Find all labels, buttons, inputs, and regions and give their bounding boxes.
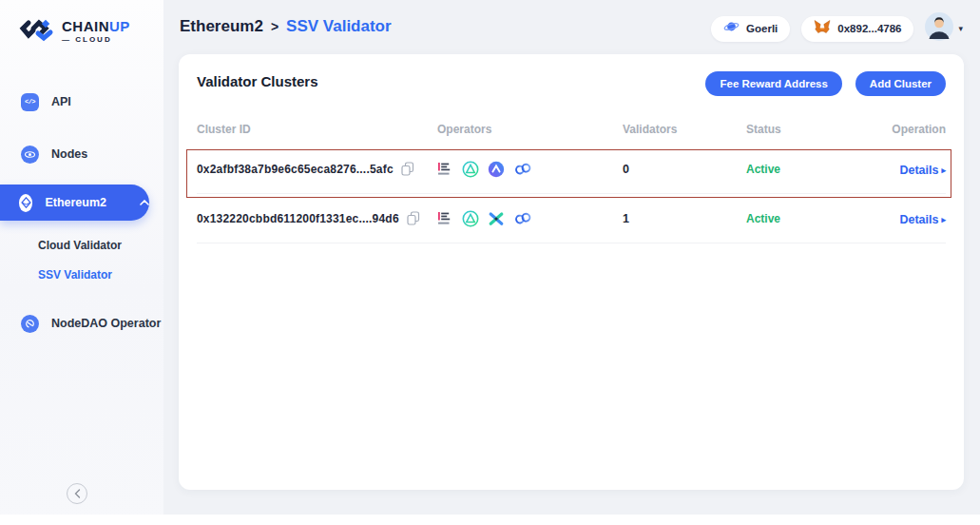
fee-reward-address-button[interactable]: Fee Reward Address [705, 71, 841, 96]
network-label: Goerli [746, 23, 778, 34]
sidebar-item-label: NodeDAO Operator [51, 317, 161, 330]
sidebar: CHAINUP — CLOUD </> API Nodes [0, 0, 163, 525]
triangle-badge-icon [462, 210, 479, 227]
staking-logo-icon [437, 162, 453, 176]
operators-cell [437, 210, 623, 227]
status-badge: Active [746, 212, 865, 225]
cluster-id: 0x132220cbbd611200f1331ec....94d6 [197, 212, 399, 225]
account-menu[interactable]: ▾ [925, 12, 963, 45]
cluster-id: 0x2afbf38a7b9e6c65eca8276....5afc [197, 163, 394, 176]
validators-count: 1 [623, 212, 746, 225]
chain-link-icon [513, 162, 533, 176]
sidebar-item-nodes[interactable]: Nodes [0, 140, 163, 168]
bottom-strip [0, 515, 980, 525]
col-operation: Operation [865, 123, 946, 136]
sidebar-item-ethereum2[interactable]: Ethereum2 [0, 185, 149, 221]
app-screen: CHAINUP — CLOUD </> API Nodes [0, 0, 980, 525]
sidebar-item-label: API [51, 95, 71, 108]
chainup-logo-icon [19, 15, 55, 48]
metamask-fox-icon [814, 19, 831, 38]
chevron-down-icon: ▾ [958, 24, 963, 33]
ethereum-icon [19, 194, 32, 212]
arrow-right-icon: ▸ [941, 215, 946, 224]
top-bar: Ethereum2 > SSV Validator Goerli [163, 0, 980, 54]
copy-icon[interactable] [407, 211, 420, 225]
network-selector[interactable]: Goerli [711, 16, 790, 42]
cross-x-icon [488, 210, 505, 227]
card-title: Validator Clusters [197, 73, 318, 89]
collapse-sidebar-button[interactable] [67, 483, 87, 504]
col-operators: Operators [437, 123, 623, 136]
sidebar-item-ssv-validator[interactable]: SSV Validator [38, 268, 112, 282]
details-link[interactable]: Details▸ [899, 164, 946, 177]
wallet-address-chip[interactable]: 0x892...4786 [801, 16, 913, 42]
details-link[interactable]: Details▸ [899, 213, 946, 226]
breadcrumb-current: SSV Validator [286, 17, 392, 36]
validator-clusters-card: Validator Clusters Fee Reward Address Ad… [179, 54, 964, 490]
validators-count: 0 [623, 163, 746, 176]
code-icon: </> [21, 93, 39, 111]
chevron-up-icon [140, 200, 149, 205]
main-area: Ethereum2 > SSV Validator Goerli [163, 0, 980, 525]
sidebar-item-label: Nodes [51, 147, 87, 161]
staking-logo-icon [437, 211, 453, 225]
sidebar-item-label: Ethereum2 [45, 196, 106, 209]
breadcrumb-parent[interactable]: Ethereum2 [180, 17, 263, 36]
brand-subtitle: — CLOUD [62, 36, 130, 44]
nodes-icon [21, 146, 39, 164]
operators-cell [437, 161, 623, 178]
purple-orb-icon [488, 161, 505, 178]
sidebar-item-cloud-validator[interactable]: Cloud Validator [38, 239, 122, 252]
col-status: Status [746, 123, 865, 136]
clusters-table: Cluster ID Operators Validators Status O… [197, 114, 946, 243]
triangle-badge-icon [462, 161, 479, 178]
nodedao-icon [21, 315, 39, 333]
sidebar-item-nodedao-operator[interactable]: NodeDAO Operator [0, 309, 163, 338]
chainup-logo[interactable]: CHAINUP — CLOUD [19, 15, 130, 48]
col-validators: Validators [623, 123, 746, 136]
add-cluster-button[interactable]: Add Cluster [855, 71, 946, 96]
table-row: 0x2afbf38a7b9e6c65eca8276....5afc [197, 145, 946, 194]
avatar [925, 12, 953, 45]
breadcrumb-separator: > [271, 19, 279, 34]
planet-icon [723, 20, 740, 37]
wallet-address: 0x892...4786 [837, 23, 901, 34]
breadcrumb: Ethereum2 > SSV Validator [180, 17, 392, 36]
status-badge: Active [746, 163, 865, 176]
chain-link-icon [513, 211, 533, 225]
brand-name: CHAINUP [62, 19, 130, 33]
col-cluster-id: Cluster ID [197, 123, 437, 136]
table-header: Cluster ID Operators Validators Status O… [197, 114, 946, 145]
table-row: 0x132220cbbd611200f1331ec....94d6 [197, 194, 946, 243]
arrow-right-icon: ▸ [941, 165, 946, 175]
sidebar-item-api[interactable]: </> API [0, 88, 163, 116]
copy-icon[interactable] [401, 162, 414, 176]
